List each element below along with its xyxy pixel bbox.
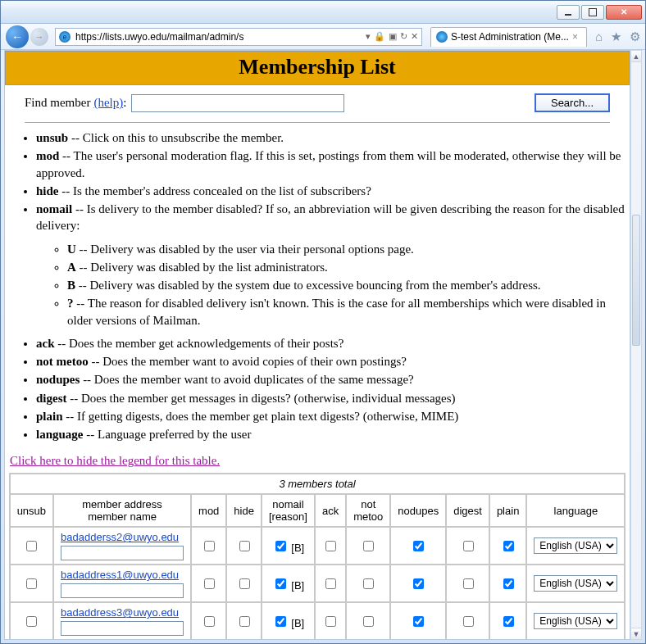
plain-checkbox[interactable]	[503, 541, 514, 551]
hide-checkbox[interactable]	[239, 541, 250, 551]
digest-checkbox[interactable]	[463, 541, 474, 551]
legend-subitem: B -- Delivery was disabled by the system…	[67, 277, 630, 293]
unsub-checkbox[interactable]	[26, 578, 37, 589]
nomail-checkbox[interactable]	[275, 578, 286, 589]
scroll-down-icon[interactable]: ▼	[631, 628, 641, 639]
find-member-row: Find member (help) : Search...	[5, 85, 630, 119]
member-name-input[interactable]	[61, 546, 184, 560]
language-select[interactable]: English (USA)	[534, 537, 617, 554]
legend-item: language -- Language preferred by the us…	[36, 426, 630, 442]
legend-subitem: ? -- The reason for disabled delivery is…	[67, 295, 630, 329]
col-digest: digest	[446, 494, 489, 527]
legend-item: nomail -- Is delivery to the member disa…	[36, 201, 630, 329]
notmetoo-checkbox[interactable]	[363, 541, 374, 551]
mod-checkbox[interactable]	[204, 616, 215, 627]
hide-checkbox[interactable]	[239, 578, 250, 589]
ack-checkbox[interactable]	[325, 541, 336, 551]
notmetoo-checkbox[interactable]	[363, 578, 374, 589]
ie-icon: e	[59, 31, 71, 43]
lock-icon[interactable]: 🔒	[374, 31, 385, 42]
legend-item: ack -- Does the member get acknowledgeme…	[36, 335, 630, 351]
tools-gear-icon[interactable]: ⚙	[630, 29, 640, 44]
page-viewport: Membership List Find member (help) : Sea…	[4, 50, 630, 640]
browser-tab[interactable]: S-test Administration (Me... ×	[430, 27, 587, 47]
hide-legend-link[interactable]: Click here to hide the legend for this t…	[10, 454, 220, 468]
table-row: badaddress1@uwyo.edu [B]English (USA)	[10, 565, 626, 602]
unsub-checkbox[interactable]	[26, 541, 37, 551]
page-title: Membership List	[6, 55, 629, 79]
table-row: badadderss2@uwyo.edu [B]English (USA)	[10, 527, 626, 565]
legend-item: plain -- If getting digests, does the me…	[36, 408, 630, 424]
col-hide: hide	[226, 494, 262, 527]
unsub-checkbox[interactable]	[26, 616, 37, 627]
legend-item: unsub -- Click on this to unsubscribe th…	[36, 129, 630, 146]
hide-checkbox[interactable]	[239, 616, 250, 627]
col-mod: mod	[191, 494, 226, 527]
col-language: language	[526, 494, 625, 527]
col-notmetoo: notmetoo	[346, 494, 390, 527]
table-caption: 3 members total	[10, 474, 626, 494]
col-unsub: unsub	[10, 494, 53, 527]
find-member-input[interactable]	[131, 94, 344, 112]
nomail-checkbox[interactable]	[275, 541, 286, 551]
stop-icon[interactable]: ✕	[411, 31, 418, 42]
separator	[25, 122, 610, 123]
language-select[interactable]: English (USA)	[534, 575, 617, 592]
page-banner: Membership List	[5, 51, 630, 85]
refresh-icon[interactable]: ↻	[400, 31, 407, 42]
nodupes-checkbox[interactable]	[413, 616, 424, 627]
member-address-link[interactable]: badaddress1@uwyo.edu	[61, 569, 184, 581]
nomail-checkbox[interactable]	[275, 616, 286, 627]
plain-checkbox[interactable]	[503, 616, 514, 627]
tab-close-button[interactable]: ×	[569, 31, 581, 43]
window-close-button[interactable]	[606, 5, 642, 20]
url-action-icons: ▾ 🔒 ▣ ↻ ✕	[366, 31, 418, 42]
ack-checkbox[interactable]	[325, 616, 336, 627]
ack-checkbox[interactable]	[325, 578, 336, 589]
col-nodupes: nodupes	[390, 494, 446, 527]
mod-checkbox[interactable]	[204, 541, 215, 551]
scroll-up-icon[interactable]: ▲	[631, 51, 641, 62]
nav-forward-button[interactable]: →	[30, 28, 48, 46]
home-icon[interactable]: ⌂	[595, 29, 603, 44]
col-plain: plain	[489, 494, 526, 527]
help-link[interactable]: (help)	[93, 96, 123, 110]
vertical-scrollbar[interactable]: ▲ ▼	[630, 50, 642, 640]
nodupes-checkbox[interactable]	[413, 578, 424, 589]
notmetoo-checkbox[interactable]	[363, 616, 374, 627]
col-nomail: nomail[reason]	[262, 494, 315, 527]
nodupes-checkbox[interactable]	[413, 541, 424, 551]
tab-title: S-test Administration (Me...	[451, 31, 569, 43]
nav-back-button[interactable]: ←	[6, 25, 29, 48]
scroll-thumb[interactable]	[632, 215, 640, 346]
mod-checkbox[interactable]	[204, 578, 215, 589]
dropdown-icon[interactable]: ▾	[366, 31, 371, 42]
browser-tool-icons: ⌂ ★ ⚙	[595, 29, 640, 44]
plain-checkbox[interactable]	[503, 578, 514, 589]
window-minimize-button[interactable]	[557, 5, 580, 20]
legend-item: not metoo -- Does the member want to avo…	[36, 353, 630, 370]
url-input[interactable]	[74, 29, 366, 44]
compat-icon[interactable]: ▣	[389, 31, 397, 42]
digest-checkbox[interactable]	[463, 616, 474, 627]
nomail-reason: [B]	[291, 579, 304, 592]
col-addr: member addressmember name	[53, 494, 191, 527]
member-name-input[interactable]	[61, 583, 184, 598]
tab-favicon	[436, 31, 448, 43]
search-button[interactable]: Search...	[535, 93, 610, 112]
window-maximize-button[interactable]	[581, 5, 604, 20]
legend-item: mod -- The user's personal moderation fl…	[36, 147, 630, 181]
nomail-reason: [B]	[291, 617, 304, 629]
nomail-reason: [B]	[291, 542, 304, 554]
find-colon: :	[123, 96, 126, 110]
favorites-icon[interactable]: ★	[611, 29, 621, 44]
legend-item: nodupes -- Does the member want to avoid…	[36, 371, 630, 388]
members-table: 3 members total unsub member addressmemb…	[9, 473, 626, 640]
digest-checkbox[interactable]	[463, 578, 474, 589]
member-address-link[interactable]: badaddress3@uwyo.edu	[61, 606, 184, 619]
member-address-link[interactable]: badadderss2@uwyo.edu	[61, 531, 184, 543]
language-select[interactable]: English (USA)	[534, 613, 617, 629]
member-name-input[interactable]	[61, 621, 184, 636]
browser-window: ← → e ▾ 🔒 ▣ ↻ ✕ S-test Administration (M…	[0, 0, 646, 644]
window-titlebar	[1, 1, 645, 24]
